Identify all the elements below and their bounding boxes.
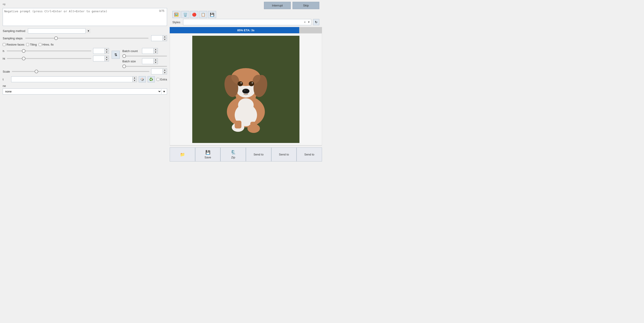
sampling-method-dropdown[interactable]: ▼: [86, 29, 90, 33]
batch-count-input[interactable]: 1: [142, 49, 154, 54]
hires-fix-checkbox[interactable]: [39, 43, 42, 46]
width-slider-track[interactable]: [7, 50, 91, 52]
restore-faces-checkbox-label[interactable]: Restore faces: [3, 43, 24, 46]
seed-down-btn[interactable]: ▼: [133, 79, 137, 82]
batch-count-down-btn[interactable]: ▼: [154, 51, 158, 54]
image-icon-btn[interactable]: 🖼️: [172, 11, 180, 18]
batch-size-slider-thumb[interactable]: [122, 64, 126, 68]
batch-size-down-btn[interactable]: ▼: [154, 61, 158, 64]
width-input[interactable]: 512: [93, 49, 104, 54]
sampling-steps-label: Sampling steps: [3, 37, 22, 40]
extra-checkbox-label[interactable]: Extra: [156, 78, 167, 81]
hires-fix-checkbox-label[interactable]: Hires. fix: [39, 43, 54, 46]
styles-refresh-button[interactable]: ↻: [313, 19, 319, 25]
progress-bar-fill: [170, 27, 299, 33]
cfg-scale-down-btn[interactable]: ▼: [163, 72, 167, 74]
width-up-btn[interactable]: ▲: [105, 48, 109, 51]
sampling-steps-input[interactable]: 20: [152, 36, 162, 41]
sampling-steps-slider-track[interactable]: [25, 38, 148, 39]
height-input[interactable]: 512: [93, 56, 104, 61]
height-spinner[interactable]: 512 ▲ ▼: [93, 56, 109, 62]
batch-size-spinner[interactable]: 1 ▲ ▼: [142, 58, 158, 64]
batch-size-input[interactable]: 1: [142, 59, 154, 64]
sampling-steps-spinner[interactable]: 20 ▲ ▼: [151, 35, 167, 41]
interrupt-button[interactable]: Interrupt: [264, 2, 291, 9]
svg-point-17: [244, 90, 246, 91]
batch-size-up-btn[interactable]: ▲: [154, 58, 158, 61]
tiling-checkbox-label[interactable]: Tiling: [26, 43, 37, 46]
height-up-btn[interactable]: ▲: [105, 56, 109, 58]
styles-dropdown-button[interactable]: ▼: [306, 20, 311, 24]
cfg-scale-spinner[interactable]: 7 ▲ ▼: [151, 68, 167, 74]
send-to-3-button[interactable]: Send to: [296, 148, 322, 162]
script-dropdown-btn[interactable]: ▼: [161, 89, 167, 94]
cfg-scale-input[interactable]: 7: [152, 69, 162, 74]
save-disk-icon-btn[interactable]: 💾: [208, 11, 216, 18]
extra-checkbox[interactable]: [156, 78, 160, 81]
top-controls: Interrupt Skip: [170, 0, 322, 11]
zip-label: Zip: [231, 156, 235, 159]
height-row: ht 512 ▲ ▼: [3, 56, 109, 62]
negative-prompt-input[interactable]: [3, 8, 167, 26]
trash-icon-btn[interactable]: 🗑️: [181, 11, 189, 18]
styles-clear-button[interactable]: ×: [303, 20, 306, 24]
height-slider-track[interactable]: [7, 58, 91, 59]
cfg-scale-slider-container: [12, 71, 150, 72]
swap-dimensions-button[interactable]: ⇅: [112, 51, 120, 59]
width-slider-thumb[interactable]: [22, 49, 26, 53]
send-to-1-button[interactable]: Send to: [246, 148, 271, 162]
tiling-checkbox[interactable]: [26, 43, 29, 46]
cfg-scale-slider-track[interactable]: [12, 71, 150, 72]
batch-column: Batch count 1 ▲ ▼ Batch size: [122, 48, 167, 67]
sampling-steps-slider-thumb[interactable]: [54, 36, 58, 40]
clipboard-icon-btn[interactable]: 📋: [199, 11, 207, 18]
generated-dog-image: [192, 36, 300, 143]
batch-count-slider-thumb[interactable]: [122, 54, 126, 58]
cfg-scale-row: Scale 7 ▲ ▼: [3, 68, 167, 74]
svg-point-22: [240, 128, 243, 131]
svg-point-15: [252, 82, 253, 84]
zip-button[interactable]: 🗜️ Zip: [220, 148, 246, 162]
checkboxes-row: Restore faces Tiling Hires. fix: [3, 43, 167, 46]
seed-input[interactable]: [12, 77, 132, 82]
extra-label: Extra: [160, 78, 167, 81]
width-spinner[interactable]: 512 ▲ ▼: [93, 48, 109, 54]
seed-spinner-btns: ▲ ▼: [132, 76, 137, 82]
batch-count-label: Batch count: [122, 49, 140, 53]
sampling-steps-down-btn[interactable]: ▼: [163, 38, 167, 41]
svg-point-25: [238, 98, 254, 112]
seed-recycle-btn[interactable]: ♻️: [148, 76, 155, 82]
save-label: Save: [204, 156, 211, 159]
skip-button[interactable]: Skip: [292, 2, 319, 9]
svg-rect-23: [235, 120, 242, 128]
seed-up-btn[interactable]: ▲: [133, 76, 137, 79]
batch-count-spinner[interactable]: 1 ▲ ▼: [142, 48, 158, 54]
svg-point-11: [252, 75, 264, 88]
record-icon-btn[interactable]: 🔴: [190, 11, 198, 18]
restore-faces-checkbox[interactable]: [3, 43, 6, 46]
open-folder-button[interactable]: 📁: [170, 148, 195, 162]
sampling-steps-slider-container: [25, 38, 148, 39]
save-button[interactable]: 💾 Save: [195, 148, 220, 162]
seed-row: t ▲ ▼ 🎲 ♻️ Extra: [3, 76, 167, 82]
script-section: ne none ▼: [3, 84, 167, 94]
height-down-btn[interactable]: ▼: [105, 58, 109, 61]
cfg-scale-up-btn[interactable]: ▲: [163, 69, 167, 72]
height-slider-thumb[interactable]: [22, 57, 26, 60]
sampling-method-input[interactable]: er a: [28, 28, 86, 34]
image-area: [170, 33, 322, 146]
script-select[interactable]: none: [3, 89, 161, 94]
width-label: h: [3, 49, 5, 53]
send-to-2-button[interactable]: Send to: [271, 148, 297, 162]
styles-input[interactable]: [183, 20, 303, 24]
bottom-buttons: 📁 💾 Save 🗜️ Zip Send to Send to Send to: [170, 146, 322, 162]
batch-count-up-btn[interactable]: ▲: [154, 48, 158, 51]
cfg-scale-slider-thumb[interactable]: [34, 70, 38, 73]
negative-prompt-section: 0/75: [3, 8, 167, 26]
batch-count-row: Batch count 1 ▲ ▼: [122, 48, 167, 54]
sampling-steps-up-btn[interactable]: ▲: [163, 36, 167, 38]
batch-size-slider-track[interactable]: [122, 66, 167, 67]
width-down-btn[interactable]: ▼: [105, 51, 109, 54]
batch-count-slider-track[interactable]: [122, 56, 167, 56]
seed-random-btn[interactable]: 🎲: [139, 76, 146, 82]
